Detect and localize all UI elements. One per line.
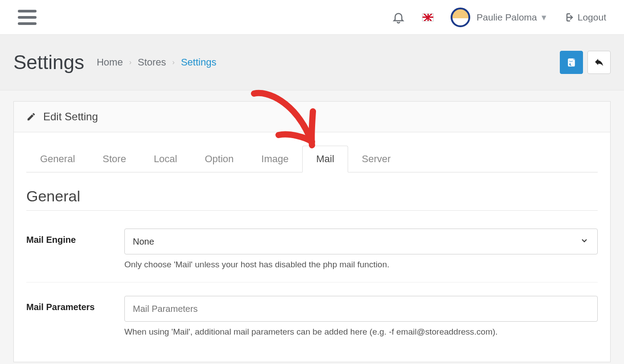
tab-store[interactable]: Store <box>89 146 140 172</box>
tab-server[interactable]: Server <box>348 146 405 172</box>
tab-general[interactable]: General <box>26 146 89 172</box>
label-mail-parameters: Mail Parameters <box>26 296 124 337</box>
row-mail-engine: Mail Engine None Only choose 'Mail' unle… <box>26 223 598 282</box>
mail-parameters-input[interactable] <box>124 296 598 322</box>
tab-mail[interactable]: Mail <box>302 146 348 172</box>
notifications-button[interactable] <box>392 11 405 24</box>
mail-engine-select[interactable]: None <box>124 229 598 254</box>
svg-point-2 <box>571 63 573 65</box>
panel-heading: Edit Setting <box>14 102 610 132</box>
panel-heading-text: Edit Setting <box>43 110 98 123</box>
top-bar: Paulie Paloma ▾ Logout <box>0 0 624 35</box>
settings-tabs: General Store Local Option Image Mail Se… <box>26 146 598 172</box>
caret-down-icon: ▾ <box>542 12 546 23</box>
user-name: Paulie Paloma <box>476 12 537 23</box>
chevron-right-icon: › <box>129 58 131 66</box>
language-flag-button[interactable] <box>422 13 434 21</box>
save-button[interactable] <box>560 51 583 74</box>
page-title: Settings <box>13 51 84 74</box>
tab-image[interactable]: Image <box>247 146 302 172</box>
breadcrumb-stores[interactable]: Stores <box>138 57 166 68</box>
uk-flag-icon <box>422 13 434 21</box>
pencil-icon <box>26 112 36 122</box>
settings-panel: Edit Setting General Store Local Option … <box>13 101 611 362</box>
logout-label: Logout <box>578 12 606 23</box>
tab-option[interactable]: Option <box>191 146 247 172</box>
logout-button[interactable]: Logout <box>563 12 606 23</box>
menu-toggle-button[interactable] <box>18 10 37 25</box>
save-icon <box>567 57 576 67</box>
breadcrumb: Home › Stores › Settings <box>97 57 216 68</box>
breadcrumb-home[interactable]: Home <box>97 57 123 68</box>
section-title: General <box>26 188 598 211</box>
back-button[interactable] <box>587 51 611 74</box>
help-mail-engine: Only choose 'Mail' unless your host has … <box>124 260 598 270</box>
reply-icon <box>594 57 604 68</box>
chevron-right-icon: › <box>172 58 175 66</box>
tab-local[interactable]: Local <box>140 146 191 172</box>
row-mail-parameters: Mail Parameters When using 'Mail', addit… <box>26 290 598 349</box>
breadcrumb-settings[interactable]: Settings <box>181 57 217 68</box>
svg-rect-1 <box>569 59 572 61</box>
page-header: Settings Home › Stores › Settings <box>0 35 624 90</box>
user-menu-button[interactable]: Paulie Paloma ▾ <box>451 8 546 27</box>
label-mail-engine: Mail Engine <box>26 229 124 270</box>
help-mail-parameters: When using 'Mail', additional mail param… <box>124 327 598 337</box>
avatar <box>451 8 470 27</box>
